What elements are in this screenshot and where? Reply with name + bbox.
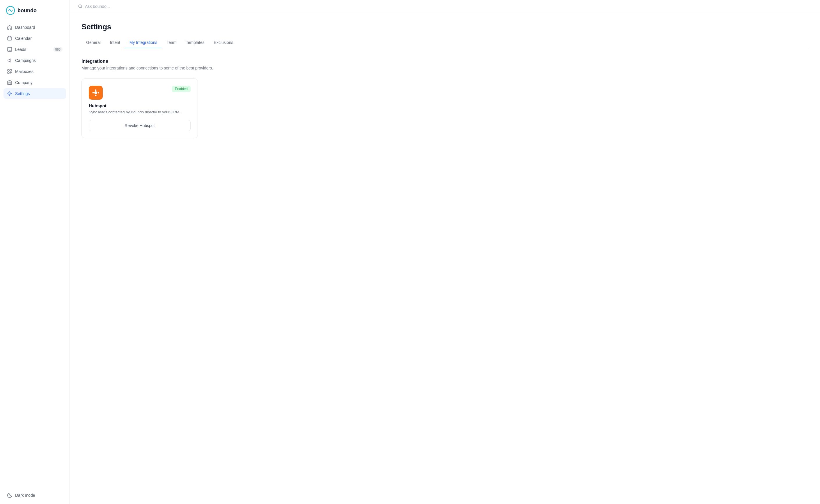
svg-line-18	[81, 7, 82, 8]
main-content: Ask boundo... Settings General Intent My…	[70, 0, 820, 504]
tab-templates[interactable]: Templates	[181, 37, 209, 48]
svg-point-16	[9, 93, 10, 94]
sidebar-item-company[interactable]: Company	[3, 77, 66, 88]
home-icon	[7, 25, 12, 30]
enabled-badge: Enabled	[172, 86, 190, 92]
integrations-title: Integrations	[81, 59, 808, 64]
building-icon	[7, 80, 12, 85]
svg-point-21	[95, 95, 97, 96]
sidebar-label-leads: Leads	[15, 47, 26, 52]
sidebar-label-company: Company	[15, 80, 33, 85]
svg-rect-6	[8, 69, 9, 71]
svg-point-20	[95, 90, 97, 91]
page-title: Settings	[81, 22, 808, 31]
tab-team[interactable]: Team	[162, 37, 181, 48]
tab-exclusions[interactable]: Exclusions	[209, 37, 238, 48]
svg-rect-7	[10, 69, 12, 71]
integrations-section: Integrations Manage your integrations an…	[81, 59, 808, 138]
leads-badge: 583	[53, 47, 63, 52]
logo: boundo	[0, 0, 69, 22]
integration-name: Hubspot	[89, 103, 190, 108]
revoke-hubspot-button[interactable]: Revoke Hubspot	[89, 120, 190, 131]
svg-rect-1	[8, 37, 12, 40]
search-icon	[78, 4, 83, 9]
tab-general[interactable]: General	[81, 37, 105, 48]
card-header: Enabled	[89, 86, 190, 100]
sidebar-nav: Dashboard Calendar Leads	[0, 22, 69, 487]
search-placeholder: Ask boundo...	[85, 4, 110, 9]
search-bar[interactable]: Ask boundo...	[78, 4, 110, 9]
sidebar-item-darkmode[interactable]: Dark mode	[3, 490, 66, 501]
header: Ask boundo...	[70, 0, 820, 13]
sidebar-label-campaigns: Campaigns	[15, 58, 36, 63]
settings-tabs: General Intent My Integrations Team Temp…	[81, 37, 808, 48]
grid-icon	[7, 69, 12, 74]
tab-my-integrations[interactable]: My Integrations	[125, 37, 162, 48]
sidebar-label-darkmode: Dark mode	[15, 493, 35, 498]
sidebar: boundo Dashboard Calendar	[0, 0, 70, 504]
sidebar-item-dashboard[interactable]: Dashboard	[3, 22, 66, 33]
sidebar-label-mailboxes: Mailboxes	[15, 69, 33, 74]
sidebar-label-calendar: Calendar	[15, 36, 32, 41]
gear-icon	[7, 91, 12, 96]
sidebar-item-leads[interactable]: Leads 583	[3, 44, 66, 55]
brand-name: boundo	[17, 8, 37, 14]
calendar-icon	[7, 36, 12, 41]
sidebar-label-dashboard: Dashboard	[15, 25, 35, 30]
boundo-logo-icon	[6, 6, 15, 15]
sidebar-item-calendar[interactable]: Calendar	[3, 33, 66, 44]
inbox-icon	[7, 47, 12, 52]
content-area: Settings General Intent My Integrations …	[70, 13, 820, 504]
moon-icon	[7, 493, 12, 498]
sidebar-label-settings: Settings	[15, 91, 30, 96]
megaphone-icon	[7, 58, 12, 63]
svg-point-23	[98, 92, 99, 94]
tab-intent[interactable]: Intent	[105, 37, 125, 48]
sidebar-item-mailboxes[interactable]: Mailboxes	[3, 66, 66, 77]
svg-rect-8	[8, 72, 9, 74]
svg-point-22	[92, 92, 94, 94]
integrations-desc: Manage your integrations and connections…	[81, 66, 808, 70]
hubspot-icon	[89, 86, 103, 100]
hubspot-card: Enabled Hubspot Sync leads contacted by …	[81, 78, 198, 138]
sidebar-item-settings[interactable]: Settings	[3, 88, 66, 99]
sidebar-item-campaigns[interactable]: Campaigns	[3, 55, 66, 66]
sidebar-bottom: Dark mode	[0, 487, 69, 504]
integration-desc: Sync leads contacted by Boundo directly …	[89, 110, 190, 114]
